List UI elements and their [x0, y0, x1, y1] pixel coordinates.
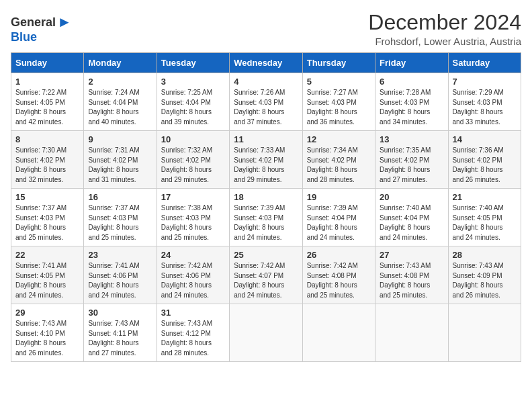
table-row: 4Sunrise: 7:26 AMSunset: 4:03 PMDaylight… — [230, 73, 302, 131]
table-row: 25Sunrise: 7:42 AMSunset: 4:07 PMDayligh… — [230, 246, 302, 304]
table-row: 12Sunrise: 7:34 AMSunset: 4:02 PMDayligh… — [302, 131, 375, 189]
table-row — [302, 304, 375, 362]
table-row: 11Sunrise: 7:33 AMSunset: 4:02 PMDayligh… — [230, 131, 302, 189]
table-row: 5Sunrise: 7:27 AMSunset: 4:03 PMDaylight… — [302, 73, 375, 131]
logo: General ► Blue — [11, 13, 72, 43]
table-row: 27Sunrise: 7:43 AMSunset: 4:08 PMDayligh… — [375, 246, 448, 304]
header-friday: Friday — [375, 53, 448, 73]
table-row: 3Sunrise: 7:25 AMSunset: 4:04 PMDaylight… — [157, 73, 229, 131]
header-wednesday: Wednesday — [230, 53, 302, 73]
header-row: Sunday Monday Tuesday Wednesday Thursday… — [11, 53, 521, 73]
table-row: 17Sunrise: 7:38 AMSunset: 4:03 PMDayligh… — [157, 189, 229, 246]
month-title: December 2024 — [368, 11, 521, 34]
table-row: 15Sunrise: 7:37 AMSunset: 4:03 PMDayligh… — [11, 189, 84, 246]
table-row — [375, 304, 448, 362]
header-monday: Monday — [84, 53, 157, 73]
table-row: 21Sunrise: 7:40 AMSunset: 4:05 PMDayligh… — [448, 189, 521, 246]
logo-general: General — [11, 16, 56, 28]
table-row: 24Sunrise: 7:42 AMSunset: 4:06 PMDayligh… — [157, 246, 229, 304]
title-area: December 2024 Frohsdorf, Lower Austria, … — [368, 11, 521, 47]
table-row — [230, 304, 302, 362]
table-row: 7Sunrise: 7:29 AMSunset: 4:03 PMDaylight… — [448, 73, 521, 131]
logo-bird-icon: ► — [57, 13, 72, 31]
table-row: 9Sunrise: 7:31 AMSunset: 4:02 PMDaylight… — [84, 131, 157, 189]
table-row — [448, 304, 521, 362]
table-row: 23Sunrise: 7:41 AMSunset: 4:06 PMDayligh… — [84, 246, 157, 304]
table-row: 29Sunrise: 7:43 AMSunset: 4:10 PMDayligh… — [11, 304, 84, 362]
header-tuesday: Tuesday — [157, 53, 229, 73]
table-row: 8Sunrise: 7:30 AMSunset: 4:02 PMDaylight… — [11, 131, 84, 189]
table-row: 22Sunrise: 7:41 AMSunset: 4:05 PMDayligh… — [11, 246, 84, 304]
table-row: 10Sunrise: 7:32 AMSunset: 4:02 PMDayligh… — [157, 131, 229, 189]
header-saturday: Saturday — [448, 53, 521, 73]
table-row: 19Sunrise: 7:39 AMSunset: 4:04 PMDayligh… — [302, 189, 375, 246]
table-row: 1Sunrise: 7:22 AMSunset: 4:05 PMDaylight… — [11, 73, 84, 131]
table-row: 28Sunrise: 7:43 AMSunset: 4:09 PMDayligh… — [448, 246, 521, 304]
table-row: 30Sunrise: 7:43 AMSunset: 4:11 PMDayligh… — [84, 304, 157, 362]
header-thursday: Thursday — [302, 53, 375, 73]
table-row: 20Sunrise: 7:40 AMSunset: 4:04 PMDayligh… — [375, 189, 448, 246]
table-row: 16Sunrise: 7:37 AMSunset: 4:03 PMDayligh… — [84, 189, 157, 246]
table-row: 18Sunrise: 7:39 AMSunset: 4:03 PMDayligh… — [230, 189, 302, 246]
calendar-table: Sunday Monday Tuesday Wednesday Thursday… — [11, 52, 521, 362]
header-sunday: Sunday — [11, 53, 84, 73]
table-row: 26Sunrise: 7:42 AMSunset: 4:08 PMDayligh… — [302, 246, 375, 304]
page-header: General ► Blue December 2024 Frohsdorf, … — [11, 11, 521, 47]
table-row: 6Sunrise: 7:28 AMSunset: 4:03 PMDaylight… — [375, 73, 448, 131]
table-row: 2Sunrise: 7:24 AMSunset: 4:04 PMDaylight… — [84, 73, 157, 131]
table-row: 13Sunrise: 7:35 AMSunset: 4:02 PMDayligh… — [375, 131, 448, 189]
table-row: 31Sunrise: 7:43 AMSunset: 4:12 PMDayligh… — [157, 304, 229, 362]
location-title: Frohsdorf, Lower Austria, Austria — [368, 36, 521, 47]
table-row: 14Sunrise: 7:36 AMSunset: 4:02 PMDayligh… — [448, 131, 521, 189]
logo-blue: Blue — [11, 31, 37, 43]
